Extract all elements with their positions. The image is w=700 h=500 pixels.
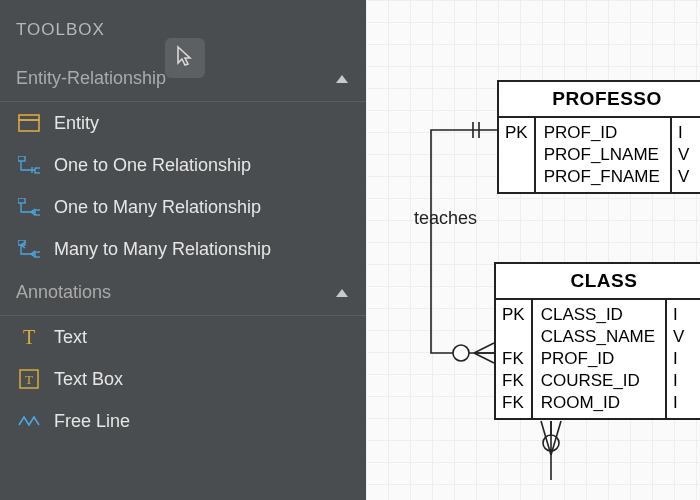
tool-label: Entity [54,113,99,134]
one-to-many-icon [18,196,40,218]
toolbox-sidebar: TOOLBOX Entity-Relationship Entity One t… [0,0,366,500]
tool-label: Many to Many Relationship [54,239,271,260]
svg-rect-1 [19,120,39,131]
entity-title: CLASS [496,264,700,300]
section-label: Annotations [16,282,111,303]
attr-cell: ROOM_ID [541,392,655,414]
collapse-icon [336,289,348,297]
tool-label: One to Many Relationship [54,197,261,218]
entity-body: PK PROF_ID PROF_LNAME PROF_FNAME I V V [499,118,700,192]
type-cell: V [678,144,689,166]
svg-rect-7 [35,252,40,257]
key-cell [502,326,525,348]
entity-title: PROFESSO [499,82,700,118]
attr-cell: COURSE_ID [541,370,655,392]
svg-text:T: T [25,372,33,387]
entity-icon [18,112,40,134]
attr-cell: CLASS_ID [541,304,655,326]
svg-rect-5 [35,210,40,215]
tool-free-line[interactable]: Free Line [0,400,366,442]
svg-point-11 [543,435,559,451]
relationship-label: teaches [414,208,477,229]
entity-professor[interactable]: PROFESSO PK PROF_ID PROF_LNAME PROF_FNAM… [497,80,700,194]
type-cell: I [673,348,684,370]
tool-one-to-one[interactable]: One to One Relationship [0,144,366,186]
tool-label: Text [54,327,87,348]
many-to-many-icon [18,238,40,260]
tool-one-to-many[interactable]: One to Many Relationship [0,186,366,228]
one-to-one-icon [18,154,40,176]
key-cell: PK [502,304,525,326]
relationship-connectors [366,0,700,500]
attr-cell: CLASS_NAME [541,326,655,348]
tool-text-box[interactable]: T Text Box [0,358,366,400]
cursor-icon [175,45,195,71]
collapse-icon [336,75,348,83]
type-cell: I [673,370,684,392]
type-cell: V [673,326,684,348]
key-cell [505,144,528,166]
svg-point-10 [453,345,469,361]
key-cell: FK [502,348,525,370]
free-line-icon [18,410,40,432]
entity-class[interactable]: CLASS PK FK FK FK CLASS_ID CLASS_NAME PR… [494,262,700,420]
type-cell: I [673,392,684,414]
svg-rect-3 [35,168,40,173]
type-cell: V [678,166,689,188]
type-cell: I [678,122,689,144]
tool-text[interactable]: T Text [0,316,366,358]
tool-label: One to One Relationship [54,155,251,176]
text-icon: T [18,326,40,348]
diagram-canvas[interactable]: teaches PROFESSO PK PROF_ID PROF_LNAME P… [366,0,700,500]
attr-cell: PROF_ID [544,122,660,144]
svg-rect-2 [18,156,25,161]
tool-label: Text Box [54,369,123,390]
attr-cell: PROF_ID [541,348,655,370]
text-box-icon: T [18,368,40,390]
attr-cell: PROF_FNAME [544,166,660,188]
section-annotations[interactable]: Annotations [0,270,366,316]
cursor-tool-button[interactable] [165,38,205,78]
attr-cell: PROF_LNAME [544,144,660,166]
key-cell: PK [505,122,528,144]
tool-many-to-many[interactable]: Many to Many Relationship [0,228,366,270]
type-cell: I [673,304,684,326]
svg-rect-4 [18,198,25,203]
tool-label: Free Line [54,411,130,432]
key-cell [505,166,528,188]
tool-entity[interactable]: Entity [0,102,366,144]
key-cell: FK [502,392,525,414]
section-label: Entity-Relationship [16,68,166,89]
entity-body: PK FK FK FK CLASS_ID CLASS_NAME PROF_ID … [496,300,700,418]
key-cell: FK [502,370,525,392]
